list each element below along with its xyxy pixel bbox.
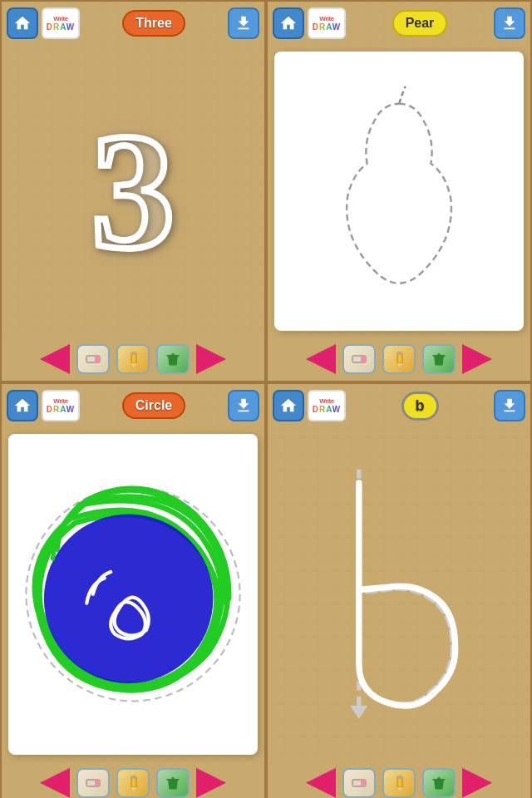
title-badge-circle: Circle (122, 392, 185, 419)
download-button-pear[interactable] (494, 7, 525, 39)
panel-circle: Write DRAW Circle (0, 382, 266, 798)
panel-b-header: Write DRAW b (268, 384, 530, 427)
panel-three-header: Write DRAW Three (2, 2, 264, 45)
panel-three: Write DRAW Three 3 (0, 0, 266, 382)
panel-pear-header: Write DRAW Pear (268, 2, 530, 45)
eraser-button-three[interactable] (76, 344, 110, 374)
toolbar-three (2, 337, 264, 381)
svg-marker-3 (131, 363, 136, 367)
header-left-circle: Write DRAW (7, 390, 80, 421)
toolbar-circle (2, 761, 264, 798)
pencil-button-circle[interactable] (116, 768, 150, 798)
number-display: 3 (91, 108, 175, 274)
title-badge-b: b (401, 392, 439, 421)
svg-marker-18 (350, 706, 367, 719)
svg-rect-13 (95, 780, 100, 786)
pear-outline (299, 80, 499, 303)
svg-rect-20 (361, 780, 366, 786)
header-left-b: Write DRAW (273, 390, 346, 421)
pencil-button-b[interactable] (382, 768, 416, 798)
canvas-b[interactable] (268, 427, 530, 761)
app-grid: Write DRAW Three 3 (0, 0, 532, 798)
next-button-b[interactable] (462, 768, 492, 798)
trash-button-pear[interactable] (422, 344, 456, 374)
eraser-button-pear[interactable] (342, 344, 376, 374)
svg-rect-4 (131, 352, 136, 355)
prev-button-circle[interactable] (40, 768, 70, 798)
home-button-b[interactable] (273, 390, 304, 421)
circle-drawing-svg (8, 434, 258, 755)
eraser-button-circle[interactable] (76, 768, 110, 798)
trash-button-b[interactable] (422, 768, 456, 798)
trash-button-three[interactable] (156, 344, 190, 374)
toolbar-pear (268, 337, 530, 381)
panel-circle-header: Write DRAW Circle (2, 384, 264, 427)
eraser-button-b[interactable] (342, 768, 376, 798)
svg-marker-15 (131, 787, 136, 791)
next-button-three[interactable] (196, 344, 226, 374)
home-button-pear[interactable] (273, 7, 304, 39)
canvas-circle[interactable] (2, 427, 264, 761)
canvas-three[interactable]: 3 (2, 45, 264, 337)
svg-rect-23 (397, 776, 402, 779)
header-left-pear: Write DRAW (273, 7, 346, 39)
home-button-circle[interactable] (7, 390, 38, 421)
header-left-three: Write DRAW (7, 7, 80, 39)
svg-rect-9 (397, 352, 402, 355)
prev-button-b[interactable] (306, 768, 336, 798)
svg-marker-8 (397, 363, 402, 367)
next-button-pear[interactable] (462, 344, 492, 374)
pencil-button-pear[interactable] (382, 344, 416, 374)
panel-b: Write DRAW b (266, 382, 532, 798)
download-button-circle[interactable] (228, 390, 259, 421)
trash-button-circle[interactable] (156, 768, 190, 798)
logo-b: Write DRAW (308, 390, 346, 421)
toolbar-b (268, 761, 530, 798)
circle-card (8, 434, 258, 755)
download-button-b[interactable] (494, 390, 525, 421)
letter-b-svg (274, 434, 524, 755)
title-badge-pear: Pear (392, 10, 448, 37)
logo-circle: Write DRAW (42, 390, 80, 421)
pencil-button-three[interactable] (116, 344, 150, 374)
svg-rect-16 (131, 776, 136, 779)
svg-rect-6 (361, 356, 366, 362)
svg-marker-22 (397, 787, 402, 791)
svg-rect-1 (95, 356, 100, 362)
download-button-three[interactable] (228, 7, 259, 39)
prev-button-pear[interactable] (306, 344, 336, 374)
pear-card (274, 52, 524, 331)
title-badge-three: Three (122, 10, 185, 37)
home-button-three[interactable] (7, 7, 38, 39)
prev-button-three[interactable] (40, 344, 70, 374)
next-button-circle[interactable] (196, 768, 226, 798)
logo-pear: Write DRAW (308, 7, 346, 39)
logo-three: Write DRAW (42, 7, 80, 39)
canvas-pear[interactable] (268, 45, 530, 337)
panel-pear: Write DRAW Pear (266, 0, 532, 382)
